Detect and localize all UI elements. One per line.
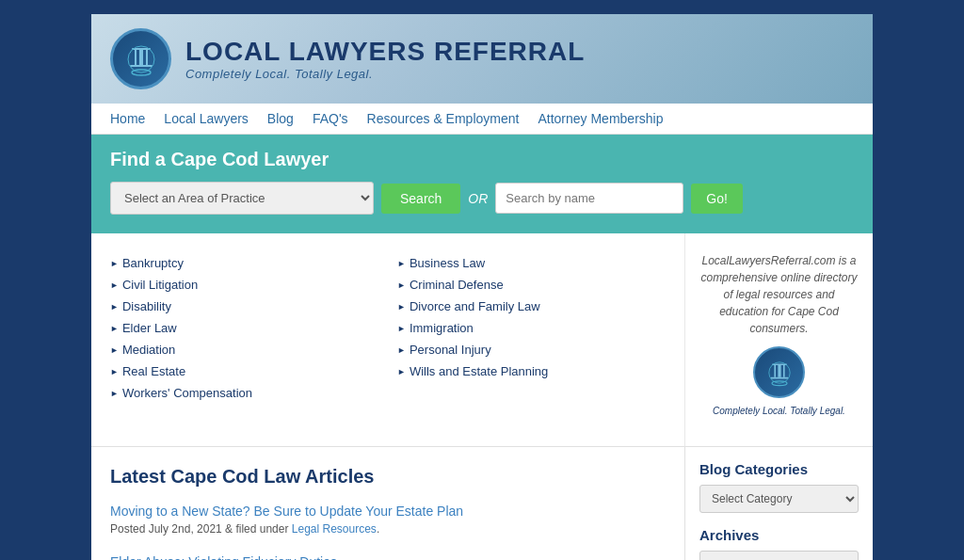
go-button[interactable]: Go! [691, 184, 743, 214]
sidebar-tagline: Completely Local. Totally Legal. [699, 404, 859, 418]
svg-rect-2 [146, 50, 148, 65]
practice-col-1: Bankruptcy Civil Litigation Disability E… [110, 252, 378, 427]
search-heading: Find a Cape Cod Lawyer [110, 149, 854, 170]
archives-heading: Archives [699, 527, 859, 543]
nav-local-lawyers[interactable]: Local Lawyers [164, 111, 249, 126]
practice-item: Mediation [110, 339, 378, 360]
practice-col-2: Business Law Criminal Defense Divorce an… [397, 252, 666, 427]
main-nav: Home Local Lawyers Blog FAQ's Resources … [91, 104, 873, 135]
nav-attorney[interactable]: Attorney Membership [538, 111, 663, 126]
article-category-link[interactable]: Legal Resources [292, 522, 377, 536]
articles-sidebar-wrap: Latest Cape Cod Law Articles Moving to a… [91, 447, 873, 560]
practice-item: Real Estate [110, 360, 378, 382]
practice-item: Divorce and Family Law [397, 296, 666, 317]
svg-rect-11 [770, 376, 788, 378]
practice-item: Personal Injury [397, 339, 666, 360]
article-link[interactable]: Elder Abuse: Violating Fiduciary Duties [110, 554, 337, 560]
practice-item: Civil Litigation [110, 274, 378, 296]
practice-item: Wills and Estate Planning [397, 360, 666, 382]
practice-item: Elder Law [110, 317, 378, 339]
article-title: Moving to a New State? Be Sure to Update… [110, 502, 666, 520]
article-item: Moving to a New State? Be Sure to Update… [110, 502, 666, 536]
nav-blog[interactable]: Blog [267, 111, 294, 126]
practice-and-desc: Bankruptcy Civil Litigation Disability E… [91, 233, 873, 447]
blog-categories-select[interactable]: Select Category [699, 485, 859, 513]
blog-categories-heading: Blog Categories [699, 461, 859, 477]
site-title: LOCAL LAWYERS REFERRAL [185, 37, 585, 67]
logo [110, 28, 171, 89]
practice-item: Immigration [397, 317, 666, 339]
svg-rect-1 [135, 50, 137, 65]
practice-item: Bankruptcy [110, 252, 378, 274]
practice-item: Disability [110, 296, 378, 317]
svg-rect-10 [778, 365, 780, 377]
blog-sidebar: Blog Categories Select Category Archives… [684, 447, 873, 560]
svg-rect-4 [130, 65, 153, 67]
or-text: OR [468, 191, 488, 206]
nav-resources[interactable]: Resources & Employment [367, 111, 520, 126]
practice-item: Criminal Defense [397, 274, 666, 296]
area-of-practice-select[interactable]: Select an Area of Practice [110, 182, 374, 215]
search-bar: Select an Area of Practice Search OR Go! [110, 182, 854, 215]
article-title: Elder Abuse: Violating Fiduciary Duties [110, 552, 666, 560]
article-link[interactable]: Moving to a New State? Be Sure to Update… [110, 504, 463, 519]
practice-areas: Bankruptcy Civil Litigation Disability E… [91, 233, 684, 447]
site-title-block: LOCAL LAWYERS REFERRAL Completely Local.… [185, 37, 585, 81]
article-meta: Posted July 2nd, 2021 & filed under Lega… [110, 522, 666, 536]
article-item: Elder Abuse: Violating Fiduciary Duties … [110, 552, 666, 560]
site-tagline: Completely Local. Totally Legal. [185, 67, 585, 81]
nav-home[interactable]: Home [110, 111, 145, 126]
search-button[interactable]: Search [381, 184, 460, 214]
name-search-input[interactable] [495, 183, 683, 214]
articles-section: Latest Cape Cod Law Articles Moving to a… [91, 447, 684, 560]
articles-heading: Latest Cape Cod Law Articles [110, 466, 666, 488]
practice-item: Workers' Compensation [110, 382, 378, 404]
sidebar-description: LocalLawyersReferral.com is a comprehens… [699, 252, 859, 337]
practice-sidebar: LocalLawyersReferral.com is a comprehens… [684, 233, 873, 447]
svg-rect-3 [139, 50, 143, 65]
practice-item: Business Law [397, 252, 666, 274]
site-header: LOCAL LAWYERS REFERRAL Completely Local.… [91, 14, 873, 104]
sidebar-logo [753, 346, 805, 398]
svg-rect-9 [783, 365, 785, 377]
search-section: Find a Cape Cod Lawyer Select an Area of… [91, 135, 873, 233]
nav-faqs[interactable]: FAQ's [313, 111, 348, 126]
svg-rect-8 [774, 365, 776, 377]
archives-select[interactable]: Select Month [699, 551, 859, 560]
